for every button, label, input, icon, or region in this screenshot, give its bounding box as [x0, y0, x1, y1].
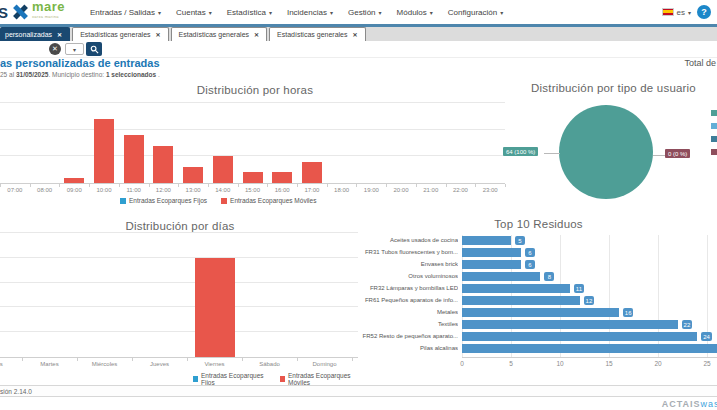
category-label: Otros voluminosos [360, 273, 458, 279]
category-label: FR31 Tubos fluorescentes y bom... [360, 249, 458, 255]
bar-15:00 [243, 172, 263, 183]
bar-value-badge: 11 [574, 284, 584, 293]
x-tick-label: 0 [452, 360, 472, 367]
pie-callout-line-left [544, 153, 560, 154]
menu-item-estad-stica[interactable]: Estadística▾ [227, 8, 272, 17]
menu-item-cuentas[interactable]: Cuentas▾ [176, 8, 212, 17]
pie-label-total: 64 (100 %) [503, 147, 538, 156]
legend-swatch [280, 376, 285, 382]
tab-close-icon[interactable]: ✕ [57, 31, 62, 38]
menu-item-entradas-salidas[interactable]: Entradas / Salidas▾ [90, 8, 161, 17]
chevron-down-icon: ▾ [269, 9, 272, 16]
tab-label: Estadísticas generales [277, 31, 347, 38]
menu-item-configuraci-n[interactable]: Configuración▾ [448, 8, 503, 17]
x-tick-label: Lunes [0, 361, 22, 367]
bar-value-badge: 24 [701, 332, 712, 341]
bar-1 [462, 248, 521, 257]
pie-label-zero: 0 (0 %) [665, 149, 690, 158]
bar-4 [462, 284, 570, 293]
bar-8 [462, 332, 697, 341]
tab-close-icon[interactable]: ✕ [254, 31, 259, 38]
legend-item[interactable]: Entradas Ecoparques Móviles [280, 372, 360, 386]
x-tick-label: Domingo [297, 361, 352, 367]
main-menu: Entradas / Salidas▾Cuentas▾Estadística▾I… [90, 8, 503, 17]
tab-label: personalizadas [5, 31, 52, 38]
tab-3[interactable]: Estadísticas generales✕ [269, 27, 365, 41]
x-tick-label: 07:00 [0, 187, 30, 193]
legend-item[interactable]: Entradas Ecoparques Fijos [193, 372, 266, 386]
language-code: es [677, 8, 685, 17]
chart-dias-legend: Entradas Ecoparques FijosEntradas Ecopar… [193, 372, 360, 386]
x-tick-label: Sábado [242, 361, 297, 367]
x-tick-label: 15:00 [238, 187, 268, 193]
chevron-down-icon: ▾ [688, 9, 691, 16]
legend-item[interactable]: Entradas Ecoparques Móviles [221, 197, 316, 204]
x-tick-label: 08:00 [30, 187, 60, 193]
x-tick-label: 10:00 [89, 187, 119, 193]
x-tick-label: Viernes [187, 361, 242, 367]
x-tick-label: 17:00 [297, 187, 327, 193]
bar-12:00 [153, 146, 173, 183]
x-tick-label: 21:00 [416, 187, 446, 193]
clear-filter-button[interactable]: ✕ [49, 43, 61, 55]
bar-value-badge: 8 [544, 272, 554, 281]
tab-label: Estadísticas generales [179, 31, 249, 38]
menu-item-label: Estadística [227, 8, 266, 17]
tab-1[interactable]: Estadísticas generales✕ [72, 27, 168, 41]
legend-item[interactable]: Entradas Ecoparques Fijos [120, 197, 207, 204]
x-tick-label: 16:00 [267, 187, 297, 193]
chart-top10-title: Top 10 Residuos [360, 218, 717, 230]
chart-horas-legend: Entradas Ecoparques FijosEntradas Ecopar… [120, 197, 316, 204]
tab-close-icon[interactable]: ✕ [353, 31, 358, 38]
bar-13:00 [183, 167, 203, 183]
bar-value-badge: 12 [584, 296, 595, 305]
x-tick-label: 10 [550, 360, 570, 367]
tab-label: Estadísticas generales [80, 31, 150, 38]
bar-11:00 [124, 135, 144, 183]
bar-10:00 [94, 119, 114, 183]
search-button[interactable] [86, 42, 102, 56]
tab-2[interactable]: Estadísticas generales✕ [171, 27, 267, 41]
tab-close-icon[interactable]: ✕ [156, 31, 161, 38]
spain-flag-icon [662, 8, 674, 16]
menu-item-m-dulos[interactable]: Módulos▾ [397, 8, 433, 17]
bar-0 [462, 236, 511, 245]
legend-swatch [120, 198, 126, 204]
x-tick-label: 22:00 [446, 187, 476, 193]
page-title: as personalizadas de entradas [0, 57, 160, 69]
bar-14:00 [213, 156, 233, 183]
x-tick-label: 09:00 [59, 187, 89, 193]
pie-legend-swatch[interactable] [711, 136, 717, 142]
filter-dropdown[interactable]: ▾ [65, 43, 84, 55]
x-tick-label: 11:00 [119, 187, 149, 193]
chart-horas-title: Distribución por horas [0, 84, 510, 96]
tab-0[interactable]: personalizadas✕ [0, 27, 70, 41]
category-label: Aceites usados de cocina [360, 237, 458, 243]
chevron-down-icon: ▾ [158, 9, 161, 16]
language-selector[interactable]: es ▾ [662, 8, 691, 17]
bar-16:00 [272, 172, 292, 183]
pie-legend-swatch[interactable] [711, 110, 717, 116]
legend-swatch [221, 198, 227, 204]
total-label: Total de [684, 58, 716, 68]
menu-item-label: Cuentas [176, 8, 206, 17]
x-tick-label: 12:00 [149, 187, 179, 193]
menu-item-gesti-n[interactable]: Gestión▾ [348, 8, 382, 17]
x-tick-label: 13:00 [178, 187, 208, 193]
x-tick-label: 14:00 [208, 187, 238, 193]
pie-legend-swatch[interactable] [711, 149, 717, 155]
bar-6 [462, 308, 619, 317]
bar-Viernes [195, 258, 235, 357]
bar-2 [462, 260, 521, 269]
help-button[interactable]: ? [697, 5, 711, 19]
app-logo[interactable]: S marexarxa marina [2, 2, 82, 22]
footer-version: sión 2.14.0 [0, 388, 32, 395]
bar-value-badge: 6 [525, 248, 535, 257]
footer-brand-logo: ACTAISwaste [662, 399, 717, 409]
menu-item-label: Entradas / Salidas [90, 8, 155, 17]
x-tick-label: 15 [599, 360, 619, 367]
app-window: S marexarxa marina Entradas / Salidas▾Cu… [0, 0, 717, 410]
pie-legend-swatch[interactable] [711, 123, 717, 129]
category-label: FR52 Resto de pequeños aparato... [360, 333, 458, 339]
menu-item-incidencias[interactable]: Incidencias▾ [287, 8, 333, 17]
